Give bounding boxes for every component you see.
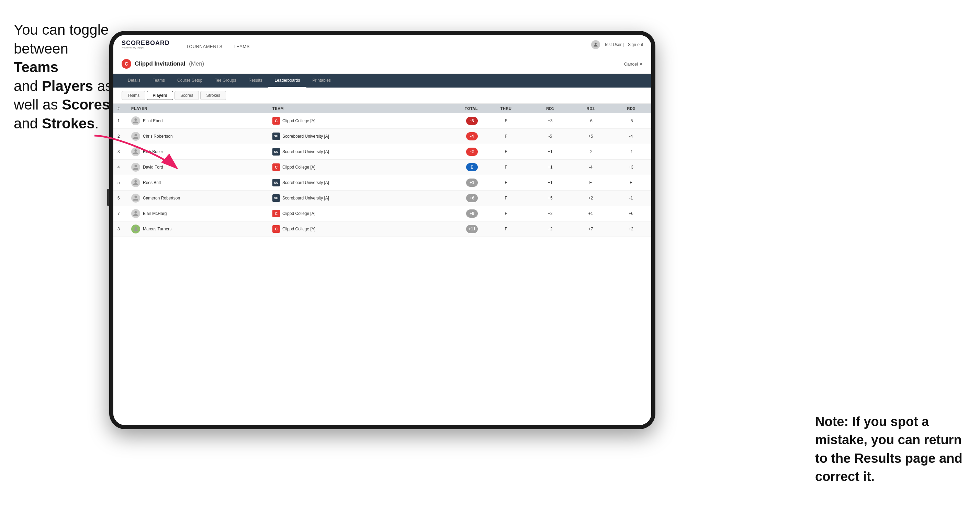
tab-tee-groups[interactable]: Tee Groups (208, 74, 242, 87)
leaderboard-table: # PLAYER TEAM TOTAL THRU RD1 RD2 RD3 1El… (113, 104, 651, 237)
cell-rd3: -1 (611, 190, 651, 206)
cell-rd2: E (571, 175, 611, 190)
cell-team: CClippd College [A] (268, 206, 429, 221)
left-annotation: You can toggle between Teams and Players… (14, 21, 113, 133)
cell-team: CClippd College [A] (268, 113, 429, 129)
cell-player: Elliot Ebert (127, 113, 268, 129)
logo-sub: Powered by clippd (122, 46, 170, 49)
cell-rd1: +1 (530, 160, 571, 175)
col-team: TEAM (268, 104, 429, 113)
tab-results[interactable]: Results (242, 74, 268, 87)
cell-rd2: -6 (571, 113, 611, 129)
player-name: Cameron Robertson (143, 196, 180, 200)
cell-player: Cameron Robertson (127, 190, 268, 206)
cell-rd1: +3 (530, 113, 571, 129)
tab-details[interactable]: Details (122, 74, 147, 87)
cell-player: Blair McHarg (127, 206, 268, 221)
toggle-scores[interactable]: Scores (175, 91, 199, 100)
logo-text: SCOREBOARD (122, 40, 170, 46)
table-header-row: # PLAYER TEAM TOTAL THRU RD1 RD2 RD3 (113, 104, 651, 113)
right-annotation: Note: If you spot a mistake, you can ret… (815, 413, 963, 486)
tournament-icon: C (122, 59, 131, 69)
cell-total: -4 (429, 129, 482, 144)
cell-rd1: +2 (530, 206, 571, 221)
cell-rd2: +7 (571, 221, 611, 237)
cell-rd1: -5 (530, 129, 571, 144)
toggle-players[interactable]: Players (147, 91, 173, 100)
cell-total: +9 (429, 206, 482, 221)
col-total: TOTAL (429, 104, 482, 113)
team-name: Clippd College [A] (282, 119, 315, 123)
table-row: 7Blair McHargCClippd College [A]+9F+2+1+… (113, 206, 651, 221)
table-row: 6Cameron RobertsonSUScoreboard Universit… (113, 190, 651, 206)
col-thru: THRU (482, 104, 530, 113)
team-name: Clippd College [A] (282, 165, 315, 170)
cell-rd3: E (611, 175, 651, 190)
table-row: 2Chris RobertsonSUScoreboard University … (113, 129, 651, 144)
col-rd1: RD1 (530, 104, 571, 113)
svg-point-1 (135, 227, 137, 229)
cell-rank: 6 (113, 190, 127, 206)
nav-signout[interactable]: Sign out (628, 42, 643, 47)
user-avatar (591, 40, 600, 49)
toggle-row: Teams Players Scores Strokes (113, 87, 651, 104)
cell-rd2: +2 (571, 190, 611, 206)
team-name: Clippd College [A] (282, 211, 315, 216)
cell-total: +6 (429, 190, 482, 206)
cell-thru: F (482, 221, 530, 237)
cell-team: CClippd College [A] (268, 221, 429, 237)
cell-rd2: -2 (571, 144, 611, 160)
player-name: Marcus Turners (143, 227, 172, 232)
nav-tournaments[interactable]: TOURNAMENTS (181, 44, 228, 54)
cell-rd3: -5 (611, 113, 651, 129)
cell-team: SUScoreboard University [A] (268, 190, 429, 206)
nav-teams[interactable]: TEAMS (228, 44, 255, 54)
player-name: Elliot Ebert (143, 119, 163, 123)
tab-printables[interactable]: Printables (306, 74, 337, 87)
cell-rd1: +5 (530, 190, 571, 206)
cell-team: SUScoreboard University [A] (268, 129, 429, 144)
cell-rank: 7 (113, 206, 127, 221)
cell-thru: F (482, 160, 530, 175)
col-player: PLAYER (127, 104, 268, 113)
tab-course-setup[interactable]: Course Setup (171, 74, 208, 87)
team-name: Scoreboard University [A] (282, 149, 329, 154)
cell-rd2: +1 (571, 206, 611, 221)
cell-rd1: +1 (530, 144, 571, 160)
tournament-name: Clippd Invitational (Men) (135, 60, 204, 67)
tab-leaderboards[interactable]: Leaderboards (268, 74, 306, 87)
cell-thru: F (482, 144, 530, 160)
table-area: # PLAYER TEAM TOTAL THRU RD1 RD2 RD3 1El… (113, 104, 651, 425)
table-row: 4David FordCClippd College [A]EF+1-4+3 (113, 160, 651, 175)
cancel-button[interactable]: Cancel ✕ (624, 62, 643, 67)
tournament-header: C Clippd Invitational (Men) Cancel ✕ (113, 54, 651, 74)
cell-rank: 8 (113, 221, 127, 237)
tablet-screen: SCOREBOARD Powered by clippd TOURNAMENTS… (113, 35, 651, 425)
cell-thru: F (482, 190, 530, 206)
toggle-strokes[interactable]: Strokes (200, 91, 226, 100)
cell-rd3: +3 (611, 160, 651, 175)
player-name: Blair McHarg (143, 211, 167, 216)
team-name: Scoreboard University [A] (282, 180, 329, 185)
cell-player: Rees Britt (127, 175, 268, 190)
toggle-teams[interactable]: Teams (122, 91, 145, 100)
team-name: Scoreboard University [A] (282, 134, 329, 139)
cell-rank: 1 (113, 113, 127, 129)
cell-total: E (429, 160, 482, 175)
cell-rd3: -4 (611, 129, 651, 144)
team-name: Scoreboard University [A] (282, 196, 329, 200)
cell-team: SUScoreboard University [A] (268, 175, 429, 190)
nav-user-text: Test User | (604, 42, 624, 47)
cell-rd3: -1 (611, 144, 651, 160)
table-row: 3Rich ButlerSUScoreboard University [A]-… (113, 144, 651, 160)
cell-player: Marcus Turners (127, 221, 268, 237)
arrow-indicator (88, 129, 184, 173)
cell-team: SUScoreboard University [A] (268, 144, 429, 160)
cell-thru: F (482, 175, 530, 190)
col-rank: # (113, 104, 127, 113)
tab-teams[interactable]: Teams (147, 74, 171, 87)
cell-rd1: +1 (530, 175, 571, 190)
cell-thru: F (482, 206, 530, 221)
team-name: Clippd College [A] (282, 227, 315, 232)
nav-right: Test User | Sign out (591, 40, 643, 49)
